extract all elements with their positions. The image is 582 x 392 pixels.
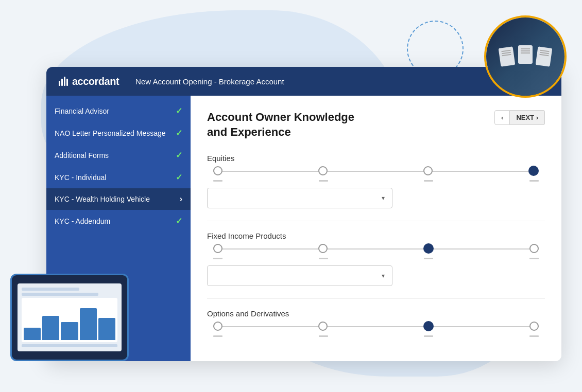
chevron-down-icon: ▾ (382, 194, 385, 202)
slider-track (213, 326, 539, 327)
tick-line (424, 258, 433, 259)
fixed-income-section: Fixed Income Products (207, 231, 545, 286)
chart-bar (80, 308, 97, 340)
tick-line (319, 180, 328, 182)
tick-line (529, 258, 539, 259)
divider (207, 298, 545, 299)
equities-section: Equities (207, 154, 545, 208)
slider-dot-0[interactable] (213, 244, 222, 253)
tick-line (213, 180, 222, 182)
sidebar-item-label: Additional Forms (55, 151, 176, 159)
tick-line (319, 335, 328, 337)
slider-ticks (213, 258, 539, 259)
logo: accordant (59, 76, 119, 87)
sidebar-item-label: KYC - Individual (55, 173, 176, 182)
slider-ticks (213, 180, 539, 182)
fixed-income-label: Fixed Income Products (207, 231, 545, 240)
laptop-screen-line (22, 288, 79, 291)
sidebar-item-nao-letter[interactable]: NAO Letter Personalized Message ✓ (46, 122, 191, 144)
laptop-chart (22, 298, 117, 342)
dropdown-value (215, 193, 217, 203)
options-slider[interactable] (207, 326, 545, 337)
content-header: Account Owner Knowledge and Experience ‹… (207, 110, 545, 139)
slider-dots (213, 166, 539, 176)
sidebar-item-label: KYC - Addendum (55, 217, 176, 225)
slider-ticks (213, 335, 539, 337)
logo-bar (61, 79, 63, 86)
tick-line (424, 335, 433, 337)
slider-dot-1[interactable] (318, 322, 328, 331)
sidebar-item-financial-advisor[interactable]: Financial Advisor ✓ (46, 100, 191, 122)
tick-line (319, 258, 328, 259)
chevron-down-icon: ▾ (382, 272, 385, 279)
fixed-income-dropdown[interactable]: ▾ (207, 265, 392, 286)
tick-line (424, 180, 433, 182)
sidebar-item-kyc-individual[interactable]: KYC - Individual ✓ (46, 166, 191, 188)
sidebar-item-label: KYC - Wealth Holding Vehicle (55, 195, 180, 203)
main-content: Account Owner Knowledge and Experience ‹… (191, 96, 561, 361)
slider-dot-2-active[interactable] (423, 321, 434, 331)
nav-buttons: ‹ NEXT › (494, 110, 545, 125)
sidebar-item-label: Financial Advisor (55, 107, 176, 115)
sidebar-item-label: NAO Letter Personalized Message (55, 129, 176, 137)
tick-line (213, 258, 222, 259)
slider-track (213, 171, 539, 172)
sidebar-item-kyc-addendum[interactable]: KYC - Addendum ✓ (46, 210, 191, 232)
slider-dot-1[interactable] (318, 166, 328, 175)
logo-text: accordant (72, 76, 119, 87)
slider-dot-3[interactable] (529, 244, 539, 253)
arrow-right-icon: › (180, 194, 182, 204)
slider-dots (213, 322, 539, 331)
check-icon: ✓ (176, 106, 182, 116)
logo-bars (59, 77, 68, 86)
logo-bar (66, 79, 68, 86)
check-icon: ✓ (176, 216, 182, 226)
laptop-screen-line (22, 344, 117, 347)
app-header: accordant New Account Opening - Brokerag… (46, 67, 561, 96)
laptop-screen-line (22, 293, 98, 296)
check-icon: ✓ (176, 128, 182, 138)
slider-dot-1[interactable] (318, 244, 328, 253)
photo-circle-top-right (484, 15, 567, 98)
slider-dot-0[interactable] (213, 166, 222, 175)
equities-slider[interactable] (207, 171, 545, 182)
page-title: Account Owner Knowledge and Experience (207, 110, 354, 139)
equities-label: Equities (207, 154, 545, 163)
slider-dot-0[interactable] (213, 322, 222, 331)
check-icon: ✓ (176, 150, 182, 160)
options-label: Options and Derivatives (207, 309, 545, 318)
chart-bar (98, 318, 115, 340)
tick-line (213, 335, 222, 337)
logo-bar (59, 81, 60, 86)
logo-bar (64, 77, 65, 86)
check-icon: ✓ (176, 172, 182, 182)
slider-dot-2[interactable] (423, 166, 433, 175)
photo-laptop-bottom-left (10, 274, 129, 361)
slider-dot-3[interactable] (529, 322, 539, 331)
slider-track (213, 248, 539, 250)
sidebar-item-kyc-wealth[interactable]: KYC - Wealth Holding Vehicle › (46, 188, 191, 210)
next-button[interactable]: NEXT › (510, 110, 545, 125)
dropdown-value (215, 271, 217, 280)
slider-dot-2-active[interactable] (423, 243, 434, 254)
sidebar-item-additional-forms[interactable]: Additional Forms ✓ (46, 144, 191, 166)
equities-dropdown[interactable]: ▾ (207, 188, 392, 208)
divider (207, 221, 545, 221)
options-section: Options and Derivatives (207, 309, 545, 337)
slider-dots (213, 244, 539, 254)
chart-bar (24, 328, 41, 340)
fixed-income-slider[interactable] (207, 248, 545, 259)
chart-bar (61, 322, 78, 340)
header-title: New Account Opening - Brokerage Account (135, 77, 284, 86)
chart-bar (42, 316, 59, 340)
slider-dot-3-active[interactable] (528, 166, 539, 176)
tick-line (529, 180, 539, 182)
prev-button[interactable]: ‹ (494, 110, 510, 125)
tick-line (529, 335, 539, 337)
